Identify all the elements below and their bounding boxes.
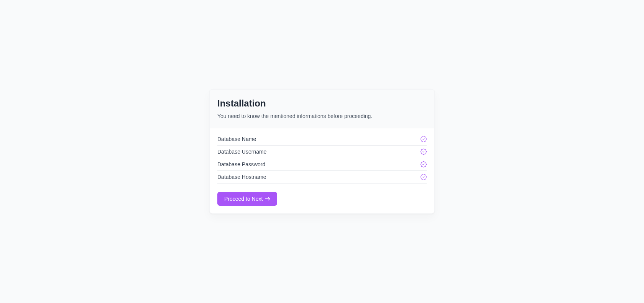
patch-check-icon [421, 149, 427, 155]
card-header: Installation You need to know the mentio… [210, 90, 434, 128]
proceed-button-label: Proceed to Next [224, 196, 263, 202]
requirement-label: Database Name [217, 136, 256, 142]
proceed-button[interactable]: Proceed to Next [217, 192, 277, 206]
page-title: Installation [217, 97, 427, 109]
requirement-label: Database Username [217, 149, 266, 155]
page-subtitle: You need to know the mentioned informati… [217, 112, 427, 120]
patch-check-icon [421, 136, 427, 142]
patch-check-icon [421, 161, 427, 167]
installation-card: Installation You need to know the mentio… [209, 89, 435, 214]
requirement-label: Database Password [217, 161, 265, 167]
requirement-label: Database Hostname [217, 174, 266, 180]
list-item: Database Username [217, 146, 427, 158]
arrow-right-icon [265, 196, 270, 201]
list-item: Database Name [217, 136, 427, 146]
list-item: Database Hostname [217, 171, 427, 183]
requirements-list: Database Name Database Username [217, 136, 427, 183]
card-body: Database Name Database Username [210, 128, 434, 213]
list-item: Database Password [217, 158, 427, 171]
patch-check-icon [421, 174, 427, 180]
